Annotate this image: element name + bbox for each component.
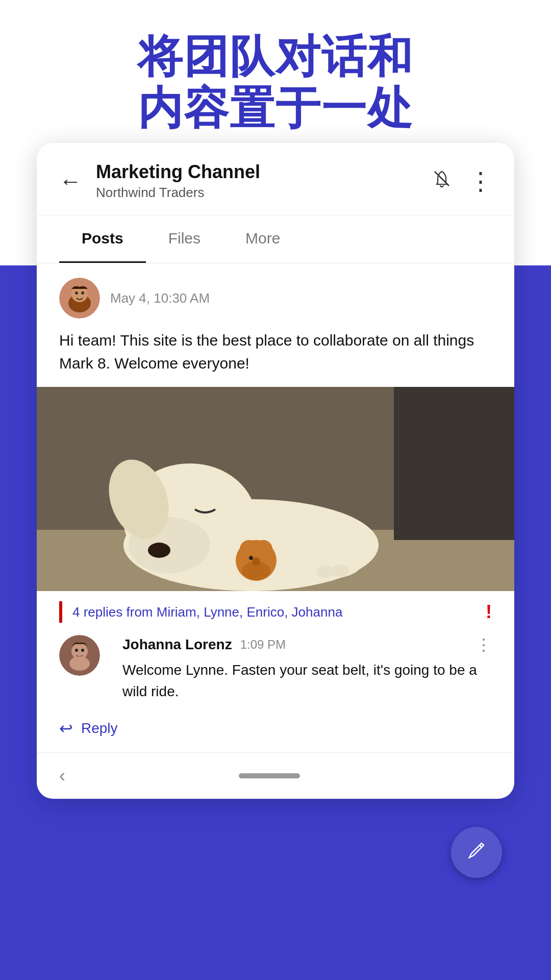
svg-point-16: [254, 540, 272, 558]
card-header: ← Marketing Channel Northwind Traders ⋮: [37, 143, 514, 215]
hero-title-line2: 内容置于一处: [138, 83, 413, 133]
alert-icon: !: [486, 601, 492, 623]
svg-point-27: [69, 656, 90, 671]
svg-point-26: [81, 649, 84, 652]
post-header: May 4, 10:30 AM: [37, 263, 514, 325]
post-author-avatar: [59, 278, 100, 318]
replies-bar[interactable]: 4 replies from Miriam, Lynne, Enrico, Jo…: [59, 601, 492, 623]
reply-message: Johanna Lorenz 1:09 PM ⋮ Welcome Lynne. …: [37, 623, 514, 710]
post-body: Hi team! This site is the best place to …: [37, 325, 514, 387]
post-timestamp: May 4, 10:30 AM: [110, 290, 210, 306]
reply-action[interactable]: ↩ Reply: [37, 710, 514, 752]
back-button[interactable]: ←: [59, 168, 82, 194]
reply-content: Johanna Lorenz 1:09 PM ⋮ Welcome Lynne. …: [122, 635, 492, 702]
nav-pill: [239, 773, 300, 778]
replies-summary: 4 replies from Miriam, Lynne, Enrico, Jo…: [72, 604, 486, 620]
reply-author-name: Johanna Lorenz: [122, 636, 232, 653]
back-arrow-icon: ←: [59, 168, 82, 193]
svg-point-25: [75, 649, 78, 652]
channel-info: Marketing Channel Northwind Traders: [96, 161, 432, 201]
svg-point-4: [75, 291, 78, 295]
hero-title: 将团队对话和 内容置于一处: [0, 31, 551, 134]
svg-point-19: [249, 556, 253, 560]
main-card: ← Marketing Channel Northwind Traders ⋮ …: [37, 143, 514, 799]
reply-arrow-icon: ↩: [59, 719, 73, 738]
tab-more[interactable]: More: [223, 215, 303, 263]
reply-button-label: Reply: [81, 720, 118, 737]
header-icons: ⋮: [432, 167, 492, 195]
card-footer: ‹: [37, 752, 514, 799]
channel-name: Marketing Channel: [96, 161, 432, 183]
tab-posts[interactable]: Posts: [59, 215, 146, 263]
tab-files[interactable]: Files: [146, 215, 223, 263]
card-content: May 4, 10:30 AM Hi team! This site is th…: [37, 263, 514, 799]
reply-meta: Johanna Lorenz 1:09 PM ⋮: [122, 635, 492, 654]
replies-section: 4 replies from Miriam, Lynne, Enrico, Jo…: [37, 591, 514, 623]
reply-timestamp: 1:09 PM: [240, 638, 286, 652]
svg-point-12: [148, 543, 170, 558]
compose-icon: [465, 839, 488, 866]
more-options-icon[interactable]: ⋮: [468, 167, 492, 195]
svg-point-22: [316, 566, 334, 578]
reply-text: Welcome Lynne. Fasten your seat belt, it…: [122, 659, 492, 702]
compose-fab[interactable]: [451, 827, 502, 878]
reply-author-avatar: [59, 635, 100, 676]
mute-bell-icon[interactable]: [432, 168, 452, 193]
post-image: [37, 387, 514, 591]
channel-org: Northwind Traders: [96, 185, 432, 201]
svg-rect-8: [394, 387, 514, 540]
svg-point-5: [81, 291, 84, 295]
svg-point-18: [252, 557, 260, 566]
nav-back-chevron[interactable]: ‹: [59, 765, 65, 787]
hero-title-line1: 将团队对话和: [138, 31, 413, 82]
reply-more-options[interactable]: ⋮: [475, 635, 492, 654]
tabs-bar: Posts Files More: [37, 215, 514, 263]
